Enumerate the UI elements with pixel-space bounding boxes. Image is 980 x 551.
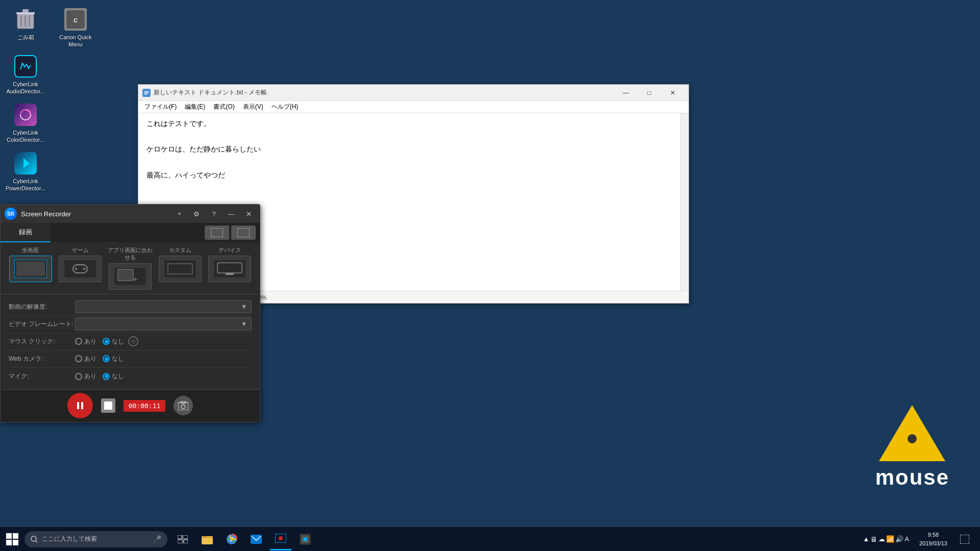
sr-mic-row: マイク: あり なし <box>9 368 252 385</box>
sr-snapshot-button[interactable] <box>174 396 193 415</box>
notepad-titlebar: 新しいテキスト ドキュメント.txt - メモ帳 — □ ✕ <box>138 85 689 101</box>
sr-webcam-nashi-label: なし <box>112 355 124 363</box>
sr-minimize-button[interactable]: — <box>224 207 238 221</box>
notepad-menu-format[interactable]: 書式(O) <box>209 102 238 112</box>
taskbar-mail-button[interactable] <box>245 528 267 550</box>
desktop-icon-cyberlink-power[interactable]: CyberLink PowerDirector... <box>5 149 46 194</box>
notepad-minimize-button[interactable]: — <box>614 85 638 101</box>
taskview-icon <box>178 535 188 543</box>
trash-icon <box>13 7 38 32</box>
sr-mode-device-label: デバイス <box>218 246 241 254</box>
notepad-scrollbar[interactable] <box>680 113 689 291</box>
svg-marker-9 <box>23 158 30 168</box>
sr-mic-value: あり なし <box>75 372 252 381</box>
sr-mic-nashi[interactable]: なし <box>103 372 124 381</box>
sr-mode-fullscreen-label: 全画面 <box>22 246 39 254</box>
sr-pause-button[interactable] <box>67 393 93 418</box>
sr-mouse-ari[interactable]: あり <box>75 337 96 346</box>
svg-rect-18 <box>16 262 45 276</box>
sr-mouse-row: マウス クリック: あり なし ⊘ <box>9 333 252 350</box>
mouse-brand-text: mouse <box>875 465 949 490</box>
sr-help-icon[interactable]: ? <box>207 207 221 221</box>
sr-tabs: 録画 <box>1 223 260 242</box>
sr-mic-ari-label: あり <box>84 372 96 381</box>
sr-close-button[interactable]: ✕ <box>241 207 256 221</box>
svg-rect-4 <box>24 15 26 27</box>
svg-point-48 <box>279 536 283 540</box>
sr-settings-icon[interactable]: ⚙ <box>189 207 204 221</box>
svg-rect-12 <box>144 92 149 93</box>
notepad-menu-edit[interactable]: 編集(E) <box>181 102 209 112</box>
notepad-menu-file[interactable]: ファイル(F) <box>140 102 181 112</box>
svg-rect-32 <box>81 402 83 409</box>
sr-titlebar: SR Screen Recorder ⚬ ⚙ ? — ✕ <box>1 205 260 223</box>
sr-mode-app[interactable]: アプリ画面に合わせる + <box>106 246 154 290</box>
taskbar-sys-tray[interactable]: ▲ 🖥 ☁ 📶 🔊 A <box>859 535 913 543</box>
sr-mode-fullscreen[interactable]: 全画面 <box>7 246 55 290</box>
sr-stop-button[interactable] <box>101 398 115 413</box>
taskbar-explorer-button[interactable] <box>196 528 218 550</box>
sr-mode-game-icon <box>59 256 102 282</box>
svg-rect-1 <box>16 12 35 14</box>
taskbar-clock[interactable]: 9:58 2019/03/13 <box>915 531 951 547</box>
taskbar-start-button[interactable] <box>0 527 24 552</box>
sr-mouse-nashi[interactable]: なし <box>103 337 124 346</box>
sr-framerate-row: ビデオ フレームレート: ▼ <box>9 316 252 333</box>
sr-mode-game-label: ゲーム <box>72 246 89 254</box>
sr-webcam-nashi-radio <box>103 355 110 362</box>
sr-webcam-value: あり なし <box>75 355 252 363</box>
sr-view-btn-2[interactable] <box>231 226 256 240</box>
sr-mode-custom[interactable]: カスタム <box>156 246 204 290</box>
sr-mouse-value: あり なし ⊘ <box>75 336 252 346</box>
notepad-close-button[interactable]: ✕ <box>661 85 684 101</box>
sr-mode-device[interactable]: デバイス <box>206 246 254 290</box>
taskbar-app6-button[interactable] <box>294 528 316 550</box>
sr-mode-device-icon <box>208 256 251 282</box>
sr-view-btn-1[interactable] <box>205 226 229 240</box>
notepad-menubar: ファイル(F) 編集(E) 書式(O) 表示(V) ヘルプ(H) <box>138 101 689 113</box>
notification-icon <box>960 535 969 544</box>
sr-webcam-nashi[interactable]: なし <box>103 355 124 363</box>
notepad-maximize-button[interactable]: □ <box>638 85 661 101</box>
taskbar-chrome-button[interactable] <box>220 528 243 550</box>
sr-network-icon[interactable]: ⚬ <box>172 207 186 221</box>
sr-timer-display: 00:00:11 <box>124 400 166 412</box>
sr-mouse-block-icon: ⊘ <box>128 336 138 346</box>
desktop-icon-cyberlink-color[interactable]: CyberLink ColorDirector... <box>5 101 46 146</box>
sr-resolution-label: 動画の解像度: <box>9 303 75 311</box>
taskbar-network-icon: 🖥 <box>870 535 877 543</box>
notepad-menu-help[interactable]: ヘルプ(H) <box>267 102 303 112</box>
svg-rect-40 <box>183 535 188 539</box>
notepad-menu-view[interactable]: 表示(V) <box>239 102 267 112</box>
sr-mode-game[interactable]: ゲーム <box>57 246 105 290</box>
sr-mic-radio-group: あり なし <box>75 372 124 381</box>
sr-resolution-dropdown[interactable]: ▼ <box>75 300 252 313</box>
desktop-icon-cyberlink-audio[interactable]: CyberLink AudioDirector... <box>5 52 46 97</box>
desktop-icon-cyberlink-color-label: CyberLink ColorDirector... <box>7 129 44 144</box>
svg-rect-24 <box>118 269 133 281</box>
svg-point-51 <box>303 537 307 541</box>
taskbar-search-mic-icon: 🎤 <box>153 535 161 543</box>
desktop-icon-canon[interactable]: C Canon Quick Menu <box>55 5 96 51</box>
svg-text:+: + <box>133 275 137 283</box>
taskbar-taskview-button[interactable] <box>172 528 194 550</box>
taskbar-wifi-icon: 📶 <box>886 535 894 543</box>
svg-text:C: C <box>74 18 77 23</box>
taskbar-search-box[interactable]: ここに入力して検索 🎤 <box>24 531 167 547</box>
notepad-window-controls: — □ ✕ <box>614 85 684 101</box>
taskbar-volume-icon: 🔊 <box>895 535 903 543</box>
sr-tab-record[interactable]: 録画 <box>1 223 51 242</box>
svg-point-22 <box>83 268 85 270</box>
desktop: ごみ箱 C Canon Quick Menu CyberLink AudioDi… <box>0 0 980 551</box>
svg-rect-42 <box>184 540 188 543</box>
desktop-icon-cyberlink-audio-label: CyberLink AudioDirector... <box>6 81 44 95</box>
taskbar: ここに入力して検索 🎤 <box>0 527 980 551</box>
sr-webcam-ari[interactable]: あり <box>75 355 96 363</box>
taskbar-notification-button[interactable] <box>953 528 976 550</box>
sr-mic-nashi-label: なし <box>112 372 124 381</box>
sr-mic-ari[interactable]: あり <box>75 372 96 381</box>
desktop-icon-trash[interactable]: ごみ箱 <box>5 5 46 43</box>
sr-framerate-dropdown[interactable]: ▼ <box>75 317 252 331</box>
svg-rect-46 <box>251 535 262 544</box>
taskbar-screenrecorder-button[interactable] <box>270 528 292 550</box>
